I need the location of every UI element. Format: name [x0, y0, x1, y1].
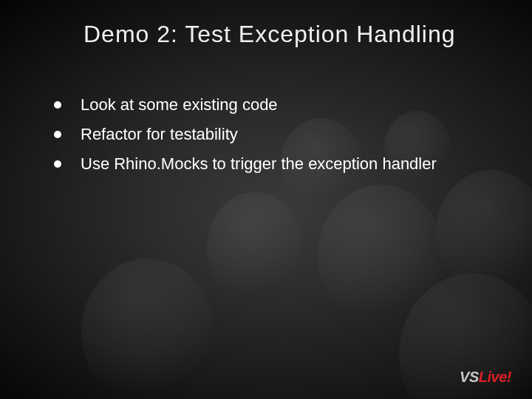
logo-part-bang: ! [507, 369, 511, 385]
slide-title: Demo 2: Test Exception Handling [83, 21, 456, 48]
bullet-list: Look at some existing code Refactor for … [54, 95, 497, 183]
logo-part-live: Live [479, 369, 507, 385]
logo-part-vs: VS [460, 369, 479, 385]
bullet-icon [54, 160, 61, 168]
background-crowd [0, 0, 532, 399]
bullet-icon [54, 101, 61, 109]
list-item-text: Use Rhino.Mocks to trigger the exception… [81, 154, 497, 174]
list-item: Refactor for testability [54, 124, 497, 145]
list-item-text: Look at some existing code [81, 95, 497, 115]
list-item-text: Refactor for testability [81, 124, 497, 145]
slide: Demo 2: Test Exception Handling Look at … [0, 0, 532, 399]
list-item: Use Rhino.Mocks to trigger the exception… [54, 154, 497, 174]
vslive-logo: VSLive! [460, 369, 511, 386]
list-item: Look at some existing code [54, 95, 497, 115]
bullet-icon [54, 131, 61, 138]
